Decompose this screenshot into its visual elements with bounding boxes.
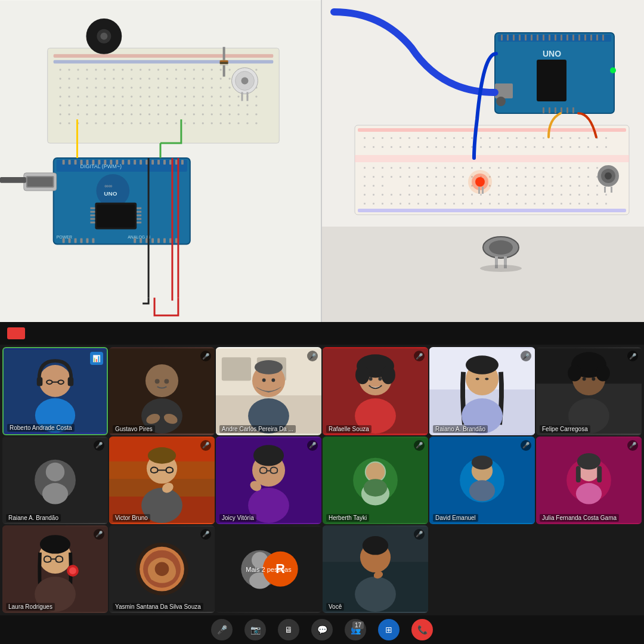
participant-tile-david[interactable]: 🎤 David Emanuel — [429, 436, 535, 524]
svg-rect-85 — [166, 95, 168, 97]
svg-rect-416 — [391, 194, 392, 196]
svg-rect-344 — [480, 167, 482, 169]
svg-rect-139 — [238, 113, 240, 115]
svg-point-563 — [576, 483, 602, 504]
svg-rect-83 — [148, 95, 150, 97]
participant-tile-joicy[interactable]: 🎤 Joicy Vitória — [216, 436, 321, 524]
svg-rect-64 — [184, 86, 186, 88]
svg-rect-225 — [92, 239, 94, 243]
end-call-button[interactable]: 📞 — [411, 619, 433, 640]
svg-rect-43 — [202, 78, 204, 80]
svg-point-513 — [378, 377, 382, 381]
svg-rect-19 — [193, 69, 195, 71]
svg-rect-210 — [90, 215, 95, 216]
participant-tile-raiane2[interactable]: 🎤 Raiane A. Brandão — [2, 436, 108, 524]
svg-rect-302 — [605, 137, 607, 139]
svg-rect-93 — [238, 95, 240, 97]
svg-rect-74 — [69, 95, 70, 97]
participant-tile-felipe[interactable]: 🎤 Felipe Carregosa — [536, 347, 642, 435]
recording-indicator — [7, 327, 25, 339]
svg-rect-231 — [163, 239, 166, 243]
svg-rect-86 — [175, 95, 177, 97]
participant-tile-voce[interactable]: 🎤 Você — [323, 525, 428, 613]
svg-rect-374 — [498, 176, 500, 178]
camera-button[interactable]: 📷 — [244, 619, 266, 640]
participant-tile-roberto[interactable]: 📊 Roberto Andrade Costa — [2, 347, 108, 435]
participant-tile-mais2[interactable]: R Mais 2 pessoas — [216, 525, 321, 613]
svg-rect-431 — [525, 194, 527, 196]
svg-rect-98 — [78, 104, 79, 106]
participant-tile-julia[interactable]: 🎤 Julia Fernanda Costa Gama — [536, 436, 642, 524]
svg-rect-312 — [444, 146, 446, 148]
people-button[interactable]: 👥 17 — [345, 619, 366, 640]
svg-point-485 — [39, 365, 72, 397]
svg-rect-41 — [184, 78, 186, 80]
svg-rect-254 — [543, 35, 544, 41]
svg-rect-378 — [534, 176, 535, 178]
svg-rect-404 — [534, 185, 535, 187]
svg-rect-173 — [220, 64, 228, 66]
svg-rect-250 — [519, 35, 521, 41]
svg-rect-357 — [596, 167, 598, 169]
svg-rect-423 — [453, 194, 455, 196]
participant-tile-herberth[interactable]: 🎤 Herberth Tayki — [323, 436, 428, 524]
svg-rect-135 — [202, 113, 204, 115]
participant-tile-raiane1[interactable]: 🎤 Raiano A. Brandão — [429, 347, 535, 435]
participant-name-voce: Você — [326, 603, 344, 611]
svg-rect-145 — [86, 122, 88, 124]
svg-rect-363 — [400, 176, 401, 178]
svg-rect-430 — [516, 194, 518, 196]
mic-button[interactable]: 🎤 — [211, 619, 233, 640]
svg-rect-26 — [255, 69, 257, 71]
svg-point-502 — [255, 360, 283, 374]
svg-rect-18 — [184, 69, 186, 71]
participant-tile-gustavo[interactable]: 🎤 Gustavo Pires — [109, 347, 215, 435]
svg-rect-381 — [561, 176, 562, 178]
svg-rect-212 — [90, 222, 95, 224]
participant-name-rafaelle: Rafaelle Souza — [326, 425, 371, 433]
svg-rect-160 — [220, 122, 222, 124]
svg-rect-57 — [122, 86, 123, 88]
svg-rect-192 — [122, 160, 124, 165]
svg-rect-322 — [534, 146, 535, 148]
svg-rect-420 — [426, 194, 428, 196]
svg-point-526 — [596, 365, 610, 382]
share-screen-button[interactable]: 🖥 — [278, 619, 299, 640]
participant-name-laura: Laura Rodrigues — [6, 603, 55, 611]
svg-rect-414 — [373, 194, 374, 196]
svg-rect-365 — [417, 176, 419, 178]
svg-rect-295 — [543, 137, 544, 139]
participant-tile-victor[interactable]: 🎤 Victor Bruno — [109, 436, 215, 524]
svg-rect-199 — [163, 160, 166, 165]
svg-rect-442 — [373, 203, 374, 205]
svg-rect-152 — [148, 122, 150, 124]
svg-rect-461 — [543, 203, 544, 205]
svg-rect-362 — [391, 176, 392, 178]
svg-rect-53 — [86, 86, 88, 88]
fritzing-diagram: DIGITAL (PWM~) — [0, 0, 322, 322]
svg-rect-278 — [391, 137, 392, 139]
svg-rect-472 — [478, 187, 480, 194]
svg-point-243 — [610, 67, 616, 73]
svg-rect-5 — [69, 69, 70, 71]
svg-rect-417 — [400, 194, 401, 196]
svg-rect-328 — [587, 146, 589, 148]
svg-rect-142 — [60, 122, 61, 124]
svg-point-509 — [355, 366, 370, 384]
participant-tile-laura[interactable]: 🎤 Laura Rodrigues — [2, 525, 108, 613]
chat-button[interactable]: 💬 — [311, 619, 333, 640]
participant-tile-rafaelle[interactable]: 🎤 Rafaelle Souza — [323, 347, 428, 435]
svg-rect-137 — [220, 113, 222, 115]
svg-rect-346 — [498, 167, 500, 169]
participant-tile-andre[interactable]: 🎤 Andre Carlos Pereira Da ... — [216, 347, 321, 435]
svg-rect-81 — [131, 95, 132, 97]
participant-tile-yasmin[interactable]: 🎤 Yasmin Santana Da Silva Souza — [109, 525, 215, 613]
top-section: DIGITAL (PWM~) — [0, 0, 644, 322]
grid-button[interactable]: ⊞ — [378, 619, 400, 640]
svg-rect-451 — [453, 203, 455, 205]
svg-rect-327 — [578, 146, 580, 148]
svg-rect-120 — [69, 113, 70, 115]
svg-rect-332 — [373, 167, 374, 169]
svg-rect-407 — [561, 185, 562, 187]
svg-rect-377 — [525, 176, 527, 178]
